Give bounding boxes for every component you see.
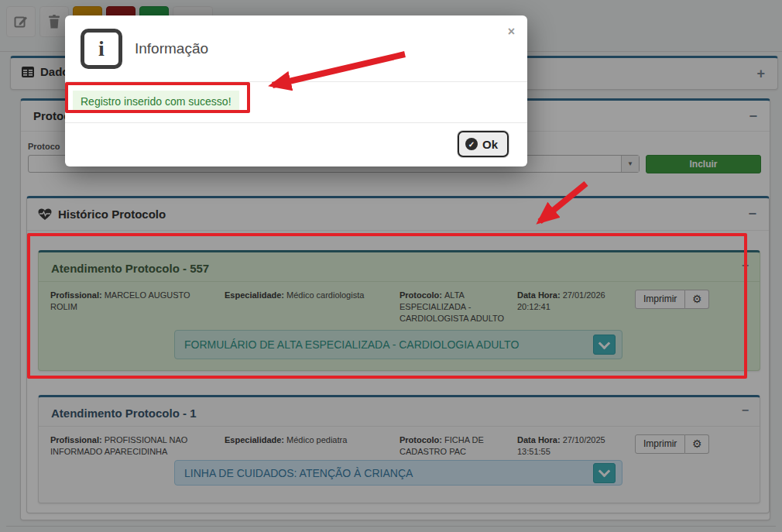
success-message: Registro inserido com sucesso! [73, 91, 239, 112]
ok-button[interactable]: ✓ Ok [458, 131, 509, 157]
info-modal: i Informação × Registro inserido com suc… [65, 15, 527, 166]
modal-body: Registro inserido com sucesso! [65, 82, 527, 123]
check-circle-icon: ✓ [465, 138, 478, 150]
modal-header: i Informação × [65, 15, 527, 82]
page: Dado + Protoco − Protoco ▼ Incluir [0, 0, 782, 532]
close-icon[interactable]: × [508, 25, 515, 39]
modal-title: Informação [135, 40, 208, 57]
ok-button-label: Ok [482, 138, 498, 151]
modal-footer: ✓ Ok [65, 123, 527, 166]
info-icon: i [81, 29, 122, 69]
